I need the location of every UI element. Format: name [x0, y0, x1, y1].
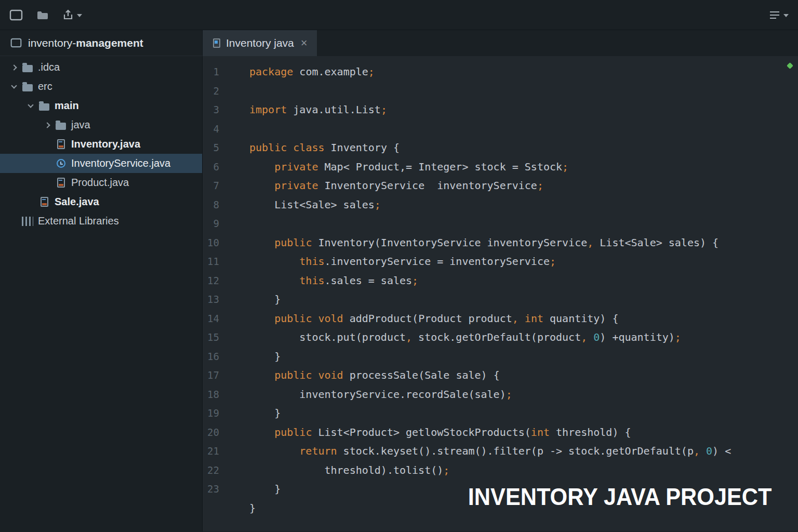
chevron-right-icon[interactable] — [6, 65, 22, 70]
tree-item-sale-java[interactable]: Sale.java — [0, 192, 202, 211]
chevron-down-icon[interactable] — [23, 104, 38, 107]
line-number[interactable]: 13 — [203, 290, 243, 309]
line-number[interactable]: 18 — [203, 385, 243, 404]
code-text: this.sales = sales; — [243, 271, 418, 290]
line-number[interactable]: 10 — [203, 233, 243, 252]
line-number[interactable]: 7 — [203, 176, 243, 195]
line-number[interactable]: 23 — [203, 480, 243, 499]
watermark-text: INVENTORY JAVA PROJECT — [468, 482, 772, 511]
line-number[interactable]: 5 — [203, 138, 243, 157]
tree-item-erc[interactable]: erc — [0, 77, 202, 96]
code-text: public vold addProduct(Product product, … — [243, 309, 618, 328]
code-text: } — [243, 290, 281, 309]
tree-item-main[interactable]: main — [0, 96, 202, 115]
tree-item-java[interactable]: java — [0, 115, 202, 135]
code-text: } — [243, 499, 256, 518]
folder-icon — [22, 81, 33, 92]
tree-item-product-java[interactable]: Product.java — [0, 173, 202, 192]
tree-item-inventoryservice-java[interactable]: InventoryService.java — [0, 154, 202, 173]
chevron-down-icon — [783, 14, 789, 17]
code-text: } — [243, 347, 281, 366]
code-line[interactable]: 15 stock.put(product, stock.getOrDefault… — [203, 328, 798, 347]
tree-item-label: erc — [38, 81, 52, 92]
code-line[interactable]: 2 — [203, 82, 798, 101]
tree-item-inventory-java[interactable]: Inventory.java — [0, 135, 202, 154]
tree-item-label: External Libraries — [38, 215, 119, 227]
line-number[interactable]: 22 — [203, 461, 243, 480]
line-number[interactable]: 15 — [203, 328, 243, 347]
export-icon[interactable] — [62, 9, 82, 21]
menu-icon[interactable] — [769, 10, 789, 20]
code-line[interactable]: 6 private Map< Product,= Integer> stock … — [203, 157, 798, 177]
tree-item-label: InventoryService.java — [71, 157, 170, 169]
code-text: private Map< Product,= Integer> stock = … — [243, 157, 568, 177]
project-header[interactable]: inventory-management — [0, 30, 203, 56]
code-text: this.inventoryService = inventoryService… — [243, 252, 556, 271]
line-number[interactable]: 1 — [203, 62, 243, 82]
code-text: public List<Product> getlowStockProducts… — [243, 423, 631, 442]
code-line[interactable]: 22 threshold).tolist(); — [203, 461, 798, 480]
line-number[interactable]: 19 — [203, 404, 243, 423]
code-line[interactable]: 12 this.sales = sales; — [203, 271, 798, 290]
line-number[interactable]: 9 — [203, 214, 243, 233]
code-text — [243, 119, 249, 139]
chevron-down-icon[interactable] — [6, 85, 22, 88]
code-line[interactable]: 4 — [203, 119, 798, 139]
line-number[interactable]: 17 — [203, 366, 243, 385]
line-number[interactable]: 14 — [203, 309, 243, 328]
code-editor: 1package com.example;23import java.util.… — [203, 56, 798, 531]
code-text: import java.util.List; — [243, 100, 387, 119]
code-line[interactable]: 14 public vold addProduct(Product produc… — [203, 309, 798, 328]
line-number[interactable]: 11 — [203, 252, 243, 271]
java-file-icon — [213, 38, 220, 48]
code-line[interactable]: 1package com.example; — [203, 62, 798, 82]
line-number[interactable]: 6 — [203, 157, 243, 177]
project-tree: .idcaercmainjavaInventory.javaInventoryS… — [0, 56, 203, 531]
code-text: List<Sale> sales; — [243, 195, 381, 215]
line-number[interactable] — [203, 499, 243, 518]
code-text: return stock.keyset().stream().filter(p … — [243, 442, 731, 461]
line-number[interactable]: 2 — [203, 82, 243, 101]
code-line[interactable]: 18 inventoryService.recordSale(sale); — [203, 385, 798, 404]
java-file-icon — [38, 196, 50, 208]
folder-icon — [22, 62, 33, 73]
line-number[interactable]: 21 — [203, 442, 243, 461]
code-line[interactable]: 8 List<Sale> sales; — [203, 195, 798, 215]
code-line[interactable]: 9 — [203, 214, 798, 233]
line-number[interactable]: 8 — [203, 195, 243, 215]
tree-item-label: .idca — [38, 61, 60, 73]
chevron-down-icon — [77, 14, 82, 17]
project-name: inventory-management — [28, 37, 143, 49]
code-line[interactable]: 10 public Inventory(InventoryService inv… — [203, 233, 798, 252]
code-line[interactable]: 19 } — [203, 404, 798, 423]
code-line[interactable]: 20 public List<Product> getlowStockProdu… — [203, 423, 798, 442]
line-number[interactable]: 3 — [203, 100, 243, 119]
line-number[interactable]: 12 — [203, 271, 243, 290]
close-icon[interactable]: × — [300, 37, 309, 49]
folder-icon — [38, 100, 50, 112]
code-line[interactable]: 16 } — [203, 347, 798, 366]
line-number[interactable]: 16 — [203, 347, 243, 366]
tree-item-label: Product.java — [71, 177, 129, 189]
chevron-right-icon[interactable] — [39, 123, 55, 127]
code-text: inventoryService.recordSale(sale); — [243, 385, 512, 404]
code-line[interactable]: 21 return stock.keyset().stream().filter… — [203, 442, 798, 461]
code-line[interactable]: 3import java.util.List; — [203, 100, 798, 119]
code-text: private InventoryService inventoryServic… — [243, 176, 543, 195]
folder-icon[interactable] — [36, 10, 49, 20]
tree-item-external-libraries[interactable]: External Libraries — [0, 211, 202, 231]
line-number[interactable]: 20 — [203, 423, 243, 442]
code-line[interactable]: 11 this.inventoryService = inventoryServ… — [203, 252, 798, 271]
tab-title: Inventory java — [226, 37, 294, 49]
code-line[interactable]: 7 private InventoryService inventoryServ… — [203, 176, 798, 195]
code-line[interactable]: 13 } — [203, 290, 798, 309]
java-file-icon — [55, 139, 66, 150]
code-line[interactable]: 5public class Inventory { — [203, 138, 798, 157]
tree-item-label: java — [71, 119, 90, 131]
code-text: threshold).tolist(); — [243, 461, 449, 480]
tab-inventory-java[interactable]: Inventory java × — [203, 30, 317, 56]
code-line[interactable]: 17 public void processSale(Sale sale) { — [203, 366, 798, 385]
window-icon[interactable] — [9, 9, 23, 21]
line-number[interactable]: 4 — [203, 119, 243, 139]
tree-item--idca[interactable]: .idca — [0, 58, 202, 77]
